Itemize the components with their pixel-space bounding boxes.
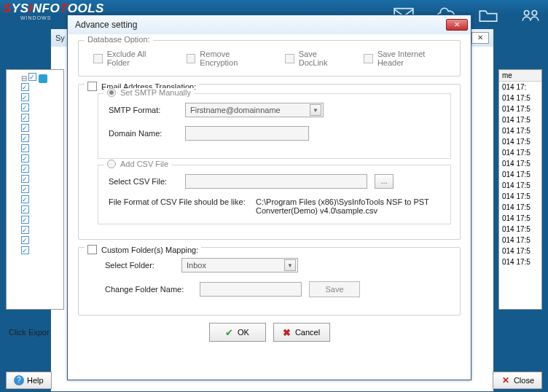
cross-icon: ✖: [283, 327, 291, 338]
save-internet-header-checkbox[interactable]: Save Internet Header: [364, 50, 451, 67]
tree-checkbox[interactable]: [21, 205, 29, 213]
help-button[interactable]: ? Help: [6, 372, 52, 389]
tree-child-node[interactable]: [21, 226, 60, 236]
cancel-button[interactable]: ✖ Cancel: [273, 323, 330, 342]
select-folder-label: Select Folder:: [105, 261, 174, 270]
csv-browse-button[interactable]: ...: [375, 174, 394, 189]
right-column-row[interactable]: 014 17:5: [499, 93, 541, 103]
close-main-button[interactable]: ✕ Close: [493, 372, 542, 389]
tree-checkbox[interactable]: [21, 124, 29, 132]
remove-encryption-checkbox[interactable]: Remove Encryption: [187, 50, 267, 67]
add-csv-group: Add CSV File Select CSV File: ... File F…: [98, 165, 451, 224]
tree-child-node[interactable]: [21, 154, 60, 165]
tree-checkbox[interactable]: [21, 154, 29, 162]
tree-checkbox[interactable]: [21, 185, 29, 193]
tree-checkbox[interactable]: [21, 93, 29, 101]
select-csv-input[interactable]: [185, 174, 367, 189]
email-translation-group: Email Address Translation: Set SMTP Manu…: [78, 84, 461, 240]
right-column-row[interactable]: 014 17:5: [499, 246, 541, 256]
checkbox-icon: [187, 54, 196, 63]
right-column-row[interactable]: 014 17:5: [499, 136, 541, 147]
ok-button[interactable]: ✔ OK: [209, 323, 266, 342]
save-folder-button[interactable]: Save: [309, 281, 360, 297]
change-folder-name-input[interactable]: [200, 282, 302, 297]
tree-checkbox[interactable]: [21, 134, 29, 142]
right-column-row[interactable]: 014 17:5: [499, 191, 541, 202]
right-column-row[interactable]: 014 17:5: [499, 103, 541, 114]
smtp-format-value: Firstname@domainname: [190, 106, 281, 114]
tree-root-node[interactable]: [21, 73, 60, 83]
dialog-title: Advance setting: [75, 20, 137, 30]
smtp-manual-group: Set SMTP Manually SMTP Format: Firstname…: [98, 93, 451, 159]
tree-child-node[interactable]: [21, 216, 60, 226]
right-column-row[interactable]: 014 17:5: [499, 224, 541, 235]
custom-mapping-checkbox[interactable]: [87, 245, 97, 254]
tree-checkbox[interactable]: [21, 226, 29, 234]
right-column-row[interactable]: 014 17:5: [499, 125, 541, 136]
add-csv-legend: Add CSV File: [120, 160, 168, 168]
smtp-format-dropdown[interactable]: Firstname@domainname ▼: [185, 103, 324, 117]
right-column-row[interactable]: 014 17:5: [499, 256, 541, 267]
tree-child-node[interactable]: [21, 236, 60, 246]
tree-child-node[interactable]: [21, 114, 60, 124]
select-csv-label: Select CSV File:: [109, 177, 178, 186]
database-option-group: Database Option: Exclude All Folder Remo…: [78, 40, 461, 77]
right-column-row[interactable]: 014 17:5: [499, 147, 541, 158]
right-column-row[interactable]: 014 17:5: [499, 180, 541, 191]
tree-checkbox[interactable]: [21, 175, 29, 183]
tree-child-node[interactable]: [21, 103, 60, 114]
tree-child-node[interactable]: [21, 246, 60, 256]
tree-checkbox[interactable]: [21, 114, 29, 122]
tree-child-node[interactable]: [21, 175, 60, 185]
tree-panel: [6, 69, 64, 310]
tree-child-node[interactable]: [21, 83, 60, 93]
custom-mapping-label: Custom Folder(s) Mapping:: [101, 246, 198, 254]
dialog-close-button[interactable]: ✕: [446, 19, 468, 31]
checkbox-icon: [93, 54, 103, 63]
tree-child-node[interactable]: [21, 195, 60, 205]
tree-child-node[interactable]: [21, 205, 60, 216]
tree-child-node[interactable]: [21, 93, 60, 103]
smtp-manual-radio[interactable]: [107, 88, 116, 97]
tree-checkbox[interactable]: [21, 144, 29, 152]
right-column-row[interactable]: 014 17:5: [499, 235, 541, 246]
exclude-all-folder-checkbox[interactable]: Exclude All Folder: [93, 50, 169, 67]
checkbox-icon: [364, 54, 373, 63]
csv-hint-label: File Format of CSV File should be like:: [109, 197, 247, 215]
dialog-titlebar[interactable]: Advance setting ✕: [68, 15, 471, 34]
tree-checkbox[interactable]: [21, 236, 29, 244]
ok-label: OK: [238, 328, 249, 337]
right-column-row[interactable]: 014 17:5: [499, 213, 541, 224]
save-doclink-checkbox[interactable]: Save DocLink: [285, 50, 346, 67]
tree-child-node[interactable]: [21, 124, 60, 134]
tree-child-node[interactable]: [21, 165, 60, 175]
tree-checkbox[interactable]: [21, 246, 29, 254]
right-column-row[interactable]: 014 17:5: [499, 169, 541, 180]
email-translation-checkbox[interactable]: [87, 82, 97, 91]
tree-child-node[interactable]: [21, 144, 60, 154]
tree-checkbox[interactable]: [21, 165, 29, 173]
tree-checkbox[interactable]: [21, 103, 29, 111]
domain-name-label: Domain Name:: [109, 129, 178, 138]
add-csv-radio[interactable]: [107, 160, 116, 168]
child-close-button[interactable]: ✕: [471, 32, 489, 44]
tree-child-node[interactable]: [21, 185, 60, 195]
right-column-row[interactable]: 014 17:: [499, 82, 541, 93]
right-column-row[interactable]: 014 17:5: [499, 114, 541, 125]
svg-point-1: [524, 11, 528, 15]
root-checkbox[interactable]: [28, 73, 36, 81]
select-folder-dropdown[interactable]: Inbox ▼: [181, 258, 298, 273]
tree-child-node[interactable]: [21, 134, 60, 144]
change-folder-name-label: Change Folder Name:: [105, 285, 192, 294]
right-column-row[interactable]: 014 17:5: [499, 158, 541, 169]
select-folder-value: Inbox: [187, 261, 206, 270]
custom-folder-mapping-group: Custom Folder(s) Mapping: Select Folder:…: [78, 247, 461, 315]
domain-name-input[interactable]: [185, 126, 309, 141]
help-icon: ?: [14, 375, 24, 385]
help-label: Help: [27, 376, 44, 385]
right-column-row[interactable]: 014 17:5: [499, 202, 541, 213]
tree-checkbox[interactable]: [21, 83, 29, 91]
smtp-manual-legend: Set SMTP Manually: [120, 88, 191, 97]
tree-checkbox[interactable]: [21, 195, 29, 203]
tree-checkbox[interactable]: [21, 216, 29, 224]
